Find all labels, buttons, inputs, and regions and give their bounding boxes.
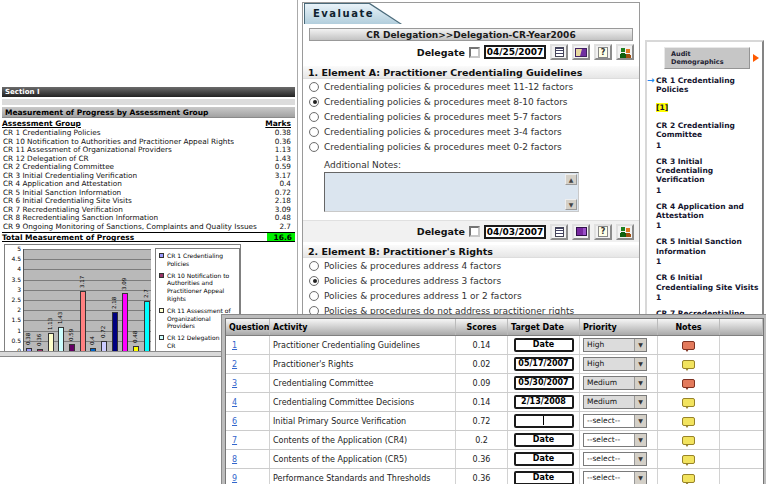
people-button[interactable] <box>616 224 634 240</box>
dropdown-arrow-icon[interactable]: ▼ <box>634 415 646 427</box>
scroll-down-icon[interactable]: ▼ <box>565 199 577 210</box>
priority-select[interactable]: --select--▼ <box>583 452 647 466</box>
sidebar-item-cr-6[interactable]: CR 6 Initial Credentialing Site Visits1 <box>656 273 759 302</box>
report-row: CR 5 Initial Sanction Information0.72 <box>2 189 295 198</box>
radio-option[interactable]: Credentialing policies & procedures meet… <box>303 124 639 139</box>
gridline <box>24 320 151 321</box>
date-button[interactable]: Date <box>514 433 574 447</box>
radio-option[interactable]: Policies & procedures address 3 factors <box>303 273 639 288</box>
note-bubble-icon[interactable] <box>682 379 695 388</box>
radio-button-icon[interactable] <box>309 276 319 286</box>
note-bubble-icon[interactable] <box>682 455 695 464</box>
report-row: CR 2 Credentialing Committee0.59 <box>2 163 295 172</box>
radio-button-icon[interactable] <box>309 112 319 122</box>
question-link[interactable]: 8 <box>229 455 237 464</box>
delegate-row-2: Delegate 04/03/2007 ? <box>303 220 639 242</box>
reference-book-button[interactable] <box>572 44 590 60</box>
note-bubble-icon[interactable] <box>682 436 695 445</box>
radio-option[interactable]: Credentialing policies & procedures meet… <box>303 139 639 154</box>
score-cell: 0.09 <box>456 374 508 392</box>
radio-option[interactable]: Policies & procedures address 1 or 2 fac… <box>303 288 639 303</box>
tab-evaluate[interactable]: Evaluate <box>304 3 402 24</box>
note-bubble-icon[interactable] <box>682 398 695 407</box>
people-button[interactable] <box>616 44 634 60</box>
priority-select[interactable]: --select--▼ <box>583 414 647 428</box>
radio-button-icon[interactable] <box>309 261 319 271</box>
question-link[interactable]: 2 <box>229 360 237 369</box>
radio-option[interactable]: Policies & procedures address 4 factors <box>303 258 639 273</box>
delegate-date-input[interactable]: 04/25/2007 <box>484 45 546 59</box>
note-bubble-icon[interactable] <box>682 341 695 350</box>
dropdown-arrow-icon[interactable]: ▼ <box>634 453 646 465</box>
audit-demographics-button[interactable]: Audit Demographics <box>664 47 759 69</box>
date-input[interactable] <box>514 414 574 428</box>
sidebar-item-cr-1[interactable]: →CR 1 Credentialing Policies[1] <box>656 76 759 114</box>
priority-value: --select-- <box>584 434 634 446</box>
scroll-up-icon[interactable]: ▲ <box>565 174 577 185</box>
legend-swatch <box>159 253 164 258</box>
additional-notes-textarea[interactable]: ▲ ▼ <box>324 172 579 212</box>
assessment-group-name: CR 12 Delegation of CR <box>2 155 89 164</box>
delegate-checkbox[interactable] <box>469 47 480 58</box>
date-button[interactable]: Date <box>514 471 574 484</box>
question-link[interactable]: 9 <box>229 474 237 483</box>
dropdown-arrow-icon[interactable]: ▼ <box>634 472 646 484</box>
delegate-date-input[interactable]: 04/03/2007 <box>484 225 546 239</box>
question-link[interactable]: 4 <box>229 398 237 407</box>
question-link[interactable]: 6 <box>229 417 237 426</box>
radio-button-icon[interactable] <box>309 306 319 316</box>
help-button[interactable]: ? <box>594 44 612 60</box>
date-input[interactable]: 2/13/2008 <box>514 395 574 409</box>
radio-button-icon[interactable] <box>309 291 319 301</box>
target-date-cell: Date <box>508 431 580 449</box>
note-bubble-icon[interactable] <box>682 474 695 483</box>
sidebar-item-cr-3[interactable]: CR 3 Initial Credentialing Verification1 <box>656 157 759 195</box>
report-row: CR 8 Recredentialing Sanction Informatio… <box>2 214 295 223</box>
priority-select[interactable]: Medium▼ <box>583 376 647 390</box>
priority-value: Medium <box>584 377 634 389</box>
sidebar-item-cr-5[interactable]: CR 5 Initial Sanction Information1 <box>656 237 759 266</box>
priority-select[interactable]: Medium▼ <box>583 395 647 409</box>
y-tick-label: 4.5 <box>5 256 21 262</box>
sidebar-item-cr-2[interactable]: CR 2 Credentialing Committee1 <box>656 121 759 150</box>
header-cell-notes: Notes <box>658 319 720 335</box>
date-input[interactable]: 05/17/2007 <box>514 357 574 371</box>
dropdown-arrow-icon[interactable]: ▼ <box>634 358 646 370</box>
question-link[interactable]: 3 <box>229 379 237 388</box>
radio-option[interactable]: Credentialing policies & procedures meet… <box>303 79 639 94</box>
radio-option[interactable]: Credentialing policies & procedures meet… <box>303 94 639 109</box>
priority-select[interactable]: High▼ <box>583 338 647 352</box>
dropdown-arrow-icon[interactable]: ▼ <box>634 377 646 389</box>
help-button[interactable]: ? <box>594 224 612 240</box>
notes-list-button[interactable] <box>550 224 568 240</box>
priority-select[interactable]: --select--▼ <box>583 433 647 447</box>
date-input[interactable]: 05/30/2007 <box>514 376 574 390</box>
notes-list-button[interactable] <box>550 44 568 60</box>
breadcrumb: CR Delegation>>Delegation-CR-Year2006 <box>309 28 633 41</box>
radio-button-icon[interactable] <box>309 82 319 92</box>
radio-button-icon[interactable] <box>309 127 319 137</box>
notes-cell <box>658 355 720 373</box>
dropdown-arrow-icon[interactable]: ▼ <box>634 434 646 446</box>
dropdown-arrow-icon[interactable]: ▼ <box>634 339 646 351</box>
open-book-icon <box>575 48 587 57</box>
priority-select[interactable]: --select--▼ <box>583 471 647 484</box>
note-bubble-icon[interactable] <box>682 360 695 369</box>
delegate-checkbox[interactable] <box>469 226 480 237</box>
question-link[interactable]: 7 <box>229 436 237 445</box>
reference-book-button[interactable] <box>572 224 590 240</box>
date-button[interactable]: Date <box>514 452 574 466</box>
sidebar-item-cr-4[interactable]: CR 4 Application and Attestation1 <box>656 202 759 231</box>
gridline <box>24 249 151 250</box>
priority-select[interactable]: High▼ <box>583 357 647 371</box>
radio-option[interactable]: Credentialing policies & procedures meet… <box>303 109 639 124</box>
date-button[interactable]: Date <box>514 338 574 352</box>
assessment-group-name: CR 8 Recredentialing Sanction Informatio… <box>2 214 158 223</box>
note-bubble-icon[interactable] <box>682 417 695 426</box>
radio-option[interactable]: Policies & procedures do not address pra… <box>303 303 639 318</box>
activity-cell: Credentialing Committee Decisions <box>270 393 456 411</box>
radio-button-icon[interactable] <box>309 142 319 152</box>
question-link[interactable]: 1 <box>229 341 237 350</box>
radio-button-icon[interactable] <box>309 97 319 107</box>
dropdown-arrow-icon[interactable]: ▼ <box>634 396 646 408</box>
